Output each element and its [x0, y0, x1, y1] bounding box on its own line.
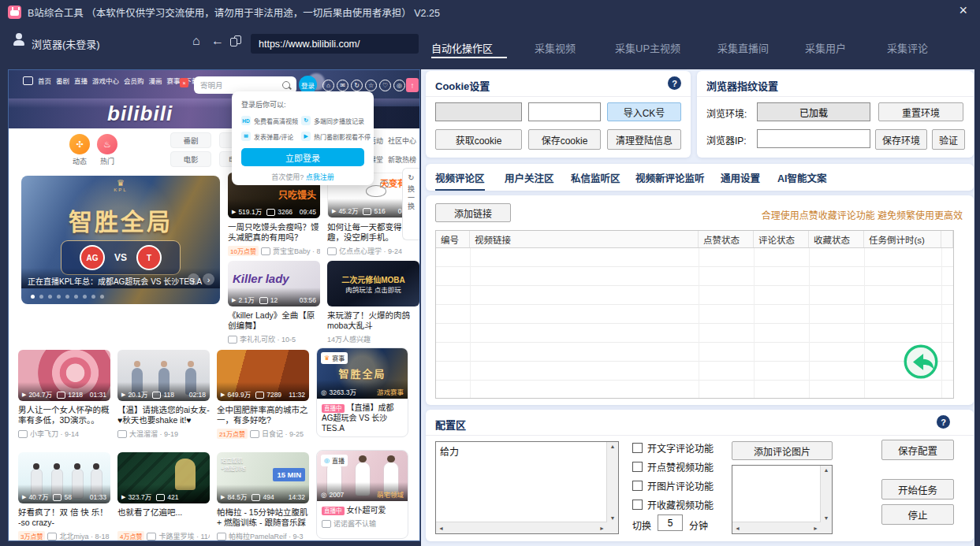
video-card[interactable]: ▶40.7万 58 01:33 好看疯了！双 倍 快 乐！ -so crazy-… — [18, 452, 110, 541]
clear-login-button[interactable]: 清理登陆信息 — [607, 129, 681, 150]
video-thumbnail[interactable]: ▶649.9万 7289 11:32 — [217, 350, 309, 401]
save-config-button[interactable]: 保存配置 — [881, 440, 954, 460]
dynamic-circle-icon[interactable]: ✣ — [69, 134, 90, 154]
activity-icon[interactable]: × — [180, 78, 188, 87]
subtab-dm-monitor[interactable]: 私信监听区 — [571, 170, 620, 189]
video-thumbnail[interactable]: ▶40.7万 58 01:33 — [18, 452, 110, 503]
add-link-button[interactable]: 添加链接 — [435, 203, 511, 222]
video-title[interactable]: 【温】请挑选您的ai女友-♥秋天也要shake it!♥ — [117, 405, 210, 426]
browser-ip-input[interactable] — [757, 129, 870, 148]
video-card[interactable]: ▶649.9万 7289 11:32 全中国肥胖率高的城市之一，有多好吃? 21… — [217, 350, 309, 439]
cookie-help-icon[interactable]: ? — [668, 76, 681, 90]
save-cookie-button[interactable]: 保存cookie — [528, 129, 601, 150]
video-card[interactable]: ▶20.1万 118 02:18 【温】请挑选您的ai女友-♥秋天也要shake… — [117, 350, 210, 439]
url-input[interactable]: https://www.bilibili.com/ — [251, 34, 419, 54]
register-link[interactable]: 点我注册 — [306, 173, 334, 181]
nav-home[interactable]: 首页 — [38, 76, 51, 85]
checkbox-image-comment[interactable]: 开图片评论功能 — [632, 479, 714, 492]
tab-collect-comment[interactable]: 采集评论 — [887, 40, 928, 55]
refresh-widget[interactable]: ↻ 换一换 — [402, 168, 419, 240]
import-ck-button[interactable]: 导入CK号 — [607, 102, 681, 121]
live-card[interactable]: ◎直播 ◎2007 萌宅领域 直播中女仆超可爱 诺诺酱不认输 — [316, 450, 408, 539]
video-title[interactable]: 《killer Lady》全曲【原创编舞】 — [228, 310, 320, 332]
upload-button[interactable]: ↑ — [406, 78, 419, 92]
creation-icon[interactable]: ◎ — [393, 80, 405, 91]
tab-collect-up-video[interactable]: 采集UP主视频 — [615, 40, 680, 55]
horizontal-scrollbar[interactable]: ◄► — [436, 522, 607, 533]
tab-collect-user[interactable]: 采集用户 — [805, 40, 846, 55]
copy-icon[interactable] — [230, 35, 242, 47]
add-comment-image-button[interactable]: 添加评论图片 — [732, 441, 833, 460]
nav-esports[interactable]: 赛事 — [167, 76, 181, 85]
subtab-ai-copywriting[interactable]: AI智能文案 — [777, 170, 827, 189]
favorite-icon[interactable]: ☆ — [365, 80, 377, 91]
message-icon[interactable]: ✉ — [337, 80, 348, 91]
cookie-input-1[interactable] — [435, 102, 522, 121]
video-thumbnail[interactable]: ▶20.1万 118 02:18 — [117, 350, 210, 401]
video-thumbnail[interactable]: 站立腹肌+燃脂训练 15 MIN ▶84.5万 494 14:32 — [217, 452, 309, 503]
video-thumbnail[interactable]: Killer lady ▶2.1万 12 03:56 — [228, 261, 320, 306]
comment-text-area[interactable]: 给力 ▲▼ ◄► — [435, 441, 619, 534]
verify-button[interactable]: 验证 — [932, 129, 965, 150]
tab-collect-live[interactable]: 采集直播间 — [717, 40, 769, 55]
video-card[interactable]: ▶204.7万 1218 01:31 男人让一个女人怀孕的概率有多低，3D演示。… — [18, 350, 110, 439]
refresh-icon[interactable]: ↻ — [408, 173, 414, 182]
stop-button[interactable]: 停止 — [881, 504, 954, 525]
subtab-video-comment[interactable]: 视频评论区 — [435, 170, 485, 191]
start-task-button[interactable]: 开始任务 — [881, 479, 954, 500]
video-card[interactable]: Killer lady ▶2.1万 12 03:56 《killer Lady》… — [228, 261, 320, 344]
home-icon[interactable]: ⌂ — [192, 34, 200, 48]
dynamic-icon[interactable]: ↻ — [351, 80, 363, 91]
save-env-button[interactable]: 保存环境 — [875, 129, 927, 150]
switch-minutes-input[interactable]: 5 — [658, 514, 683, 531]
carousel-next-icon[interactable]: › — [203, 273, 214, 285]
subtab-new-comment-monitor[interactable]: 视频新评论监听 — [635, 170, 705, 189]
login-now-button[interactable]: 立即登录 — [241, 148, 364, 166]
video-thumbnail[interactable]: 二次元修仙MOBA 肉鸽玩法 点击即玩 — [327, 261, 419, 306]
video-thumbnail[interactable]: ▶323.7万 421 — [117, 452, 210, 503]
image-list-area[interactable]: ▲▼ ◄► — [732, 465, 833, 534]
live-title[interactable]: 直播中【直播】成都AG超玩会 VS 长沙TES.A — [317, 399, 408, 434]
subtab-general-settings[interactable]: 通用设置 — [721, 170, 760, 189]
video-title[interactable]: 来玩游了！火爆的肉鸽moba大乱斗 — [327, 310, 419, 332]
reset-env-button[interactable]: 重置环境 — [878, 102, 963, 121]
video-thumbnail[interactable]: ▶204.7万 1218 01:31 — [18, 350, 110, 401]
subtab-user-follow[interactable]: 用户关注区 — [505, 170, 554, 189]
video-title[interactable]: 一周只吃馒头会瘦吗？馒头减肥真的有用吗？ — [228, 222, 320, 243]
video-card[interactable]: 站立腹肌+燃脂训练 15 MIN ▶84.5万 494 14:32 帕梅拉 - … — [217, 452, 309, 541]
video-title[interactable]: 好看疯了！双 倍 快 乐！ -so crazy- — [18, 507, 110, 529]
task-table[interactable]: 编号 视频链接 点赞状态 评论状态 收藏状态 任务倒计时(s) — [435, 230, 954, 399]
video-title[interactable]: 帕梅拉 - 15分钟站立腹肌 + 燃脂训练 - 跟随音乐踩点 全程... — [217, 507, 309, 529]
video-card[interactable]: ▶323.7万 421 也就看了亿遍吧... 4万点赞 卡路里罗埃 · 11小时… — [117, 452, 210, 541]
vertical-scrollbar[interactable]: ▲▼ — [606, 442, 618, 522]
get-cookie-button[interactable]: 获取cookie — [435, 129, 522, 150]
nav-mall[interactable]: 会员购 — [124, 76, 144, 85]
checkbox-text-comment[interactable]: 开文字评论功能 — [632, 441, 714, 455]
nav-manga[interactable]: 漫画 — [149, 76, 162, 85]
cookie-input-2[interactable] — [528, 102, 601, 121]
checkbox-like-video[interactable]: 开点赞视频功能 — [632, 460, 714, 474]
chip-bangumi[interactable]: 番剧 — [170, 132, 211, 148]
config-help-icon[interactable]: ? — [937, 415, 950, 429]
video-title[interactable]: 全中国肥胖率高的城市之一，有多好吃? — [217, 405, 309, 426]
live-carousel[interactable]: ♛KPL 智胜全局 AG VS T 正在直播KPL年总：成都AG超玩会 VS 长… — [21, 176, 220, 304]
nav-bangumi[interactable]: 番剧 — [56, 76, 69, 85]
vertical-scrollbar[interactable]: ▲▼ — [820, 466, 832, 522]
video-title[interactable]: 也就看了亿遍吧... — [117, 507, 210, 529]
horizontal-scrollbar[interactable]: ◄► — [732, 522, 821, 533]
return-arrow-icon[interactable] — [903, 344, 939, 380]
tab-collect-video[interactable]: 采集视频 — [535, 40, 576, 55]
carousel-prev-icon[interactable]: ‹ — [188, 273, 199, 285]
nav-game-center[interactable]: 游戏中心 — [92, 76, 119, 85]
live-title[interactable]: 直播中女仆超可爱 — [317, 501, 408, 516]
checkbox-favorite-video[interactable]: 开收藏视频功能 — [632, 498, 714, 511]
back-icon[interactable]: ← — [211, 34, 224, 48]
live-card[interactable]: ♛赛事 智胜全局 ◎3263.3万 游戏赛事 直播中【直播】成都AG超玩会 VS… — [316, 347, 408, 437]
link-community[interactable]: 社区中心 — [388, 136, 416, 146]
history-icon[interactable]: ♡ — [379, 80, 391, 91]
video-title[interactable]: 男人让一个女人怀孕的概率有多低，3D演示。。 — [18, 405, 110, 426]
chip-movie[interactable]: 电影 — [170, 151, 211, 167]
carousel-dots[interactable] — [31, 295, 104, 299]
hot-circle-icon[interactable]: ♨ — [97, 134, 117, 154]
link-music-chart[interactable]: 新歌热榜 — [388, 154, 416, 165]
